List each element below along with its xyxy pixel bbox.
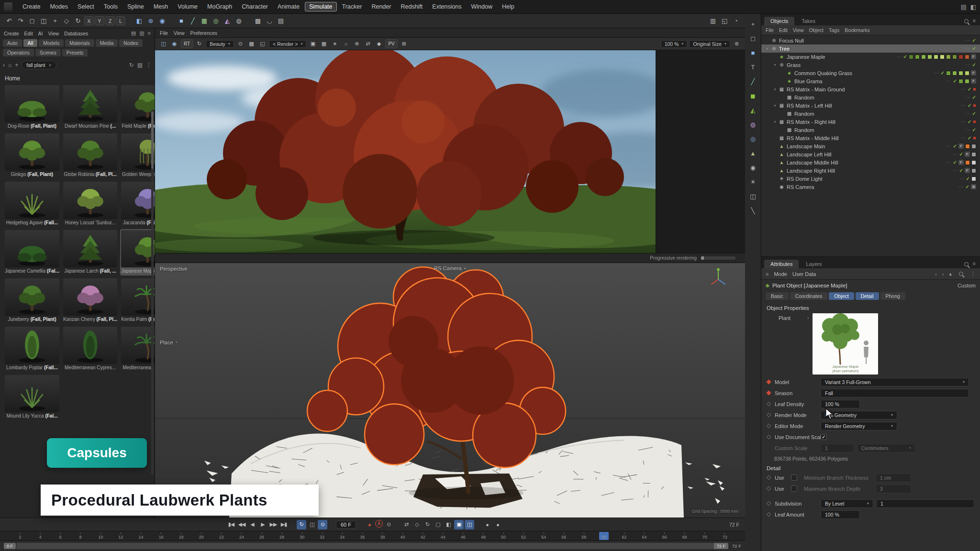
material-chip[interactable]	[971, 152, 976, 157]
filter-all[interactable]: All	[23, 39, 38, 47]
pla-key-icon[interactable]: ◧	[444, 520, 453, 529]
visibility-dots-icon[interactable]: ··	[947, 143, 952, 149]
object-menu-file[interactable]: File	[766, 27, 774, 33]
generator-icon[interactable]: ◼	[747, 90, 759, 101]
sound-icon[interactable]: ⊙	[318, 520, 327, 529]
layout-grid-icon[interactable]: ▥	[139, 30, 144, 36]
filter-auto[interactable]: Auto	[3, 39, 22, 47]
leaf-density-keyframe-icon[interactable]	[767, 402, 771, 407]
asset-menu-ai[interactable]: AI	[38, 31, 43, 36]
object-row-random[interactable]: ▩Random··✓	[761, 110, 980, 118]
object-row-blue-grama[interactable]: ♣Blue Grama··✓F	[761, 77, 980, 85]
render-settings-icon[interactable]: ⊛	[145, 16, 156, 26]
forward-icon[interactable]: ›	[942, 271, 944, 277]
menu-redshift[interactable]: Redshift	[396, 2, 427, 11]
filter-media[interactable]: Media	[96, 39, 118, 47]
panel-menu-icon[interactable]: ≡	[973, 18, 976, 23]
rotation-key-icon[interactable]: ↻	[423, 520, 432, 529]
filter-operators[interactable]: Operators	[3, 49, 34, 56]
material-chip[interactable]	[965, 79, 969, 84]
visibility-dots-icon[interactable]: ··	[966, 127, 971, 132]
next-frame-icon[interactable]: ▶▶	[268, 520, 278, 529]
panel-menu-icon[interactable]: ≡	[766, 271, 768, 277]
material-chip[interactable]	[952, 55, 957, 59]
enabled-check-icon[interactable]: ✓	[972, 62, 976, 67]
asset-item-mound-lily-yucca[interactable]: Mound Lily Yucca (Fal...	[4, 374, 60, 420]
search-chip[interactable]: fall plant ×	[22, 61, 56, 69]
use-max-branch-checkbox[interactable]	[791, 485, 797, 492]
subdivision-level-field[interactable]: 1	[876, 499, 974, 508]
lock-z-icon[interactable]: Z	[105, 16, 115, 25]
search-icon[interactable]	[959, 272, 963, 276]
object-row-japanese-maple[interactable]: ♣Japanese Maple··✓F	[761, 53, 980, 61]
layout-switch-icon[interactable]: ◧	[970, 3, 976, 11]
tag-chip[interactable]: F	[971, 54, 976, 59]
expand-icon[interactable]: ▾	[772, 120, 778, 124]
loop-icon[interactable]: ↻	[297, 520, 306, 529]
object-row-rs-dome-light[interactable]: ☀RS Dome Light··✓	[761, 175, 980, 183]
magnet-icon[interactable]: ◡	[264, 16, 275, 26]
spline-pen-icon[interactable]: ╱	[747, 76, 759, 87]
enabled-check-icon[interactable]: ✓	[966, 184, 969, 189]
landscape-icon[interactable]: ▲	[747, 148, 759, 158]
asset-item-japanese-camellia[interactable]: Japanese Camellia (Fal...	[4, 229, 60, 276]
material-chip[interactable]	[934, 55, 938, 59]
rt-toggle[interactable]: RT	[181, 39, 193, 48]
material-chip[interactable]	[958, 79, 963, 84]
expand-icon[interactable]: ▾	[772, 63, 778, 67]
season-keyframe-icon[interactable]	[767, 391, 771, 396]
enabled-check-icon[interactable]: ✓	[953, 160, 957, 165]
menu-spline[interactable]: Spline	[123, 2, 148, 11]
asset-item-kentia-palm[interactable]: Kentia Palm (Fall, Plant)	[120, 277, 155, 324]
solo-light-icon[interactable]: ●	[493, 520, 502, 529]
attr-tab-detail[interactable]: Detail	[856, 292, 879, 300]
more-icon[interactable]: ⋮	[146, 62, 152, 68]
play-icon[interactable]: ▶	[258, 520, 267, 529]
custom-scale-field[interactable]: 1	[821, 444, 854, 452]
visibility-dots-icon[interactable]: ··	[953, 152, 958, 157]
record-icon[interactable]: ●	[365, 520, 374, 529]
object-row-landscape-left-hill[interactable]: ▲Landscape Left Hill··✓F	[761, 150, 980, 158]
material-chip[interactable]	[971, 160, 976, 165]
tag-chip[interactable]: F	[965, 168, 970, 173]
parameter-key-icon[interactable]: ▢	[433, 520, 443, 529]
visibility-dots-icon[interactable]: ··	[959, 184, 964, 189]
dock-icon[interactable]: ▤	[131, 30, 136, 36]
object-row-common-quaking-grass[interactable]: ♣Common Quaking Grass··✓F	[761, 69, 980, 77]
deformer-icon[interactable]: ◭	[747, 105, 759, 115]
object-menu-bookmarks[interactable]: Bookmarks	[845, 27, 870, 33]
tab-attributes[interactable]: Attributes	[764, 260, 799, 268]
visibility-dots-icon[interactable]: ··	[961, 135, 966, 141]
autokey-icon[interactable]: A	[375, 520, 383, 528]
material-chip[interactable]	[940, 55, 945, 59]
enabled-check-icon[interactable]: ✓	[941, 70, 945, 76]
perspective-viewport-canvas[interactable]	[155, 263, 745, 518]
object-row-random[interactable]: ▩Random··✓	[761, 93, 980, 101]
lock-x-icon[interactable]: X	[84, 16, 94, 25]
filter-models[interactable]: Models	[39, 39, 64, 47]
asset-item-juneberry[interactable]: Juneberry (Fall, Plant)	[4, 277, 60, 324]
visibility-dots-icon[interactable]: ··	[961, 87, 966, 92]
menu-mesh[interactable]: Mesh	[149, 2, 173, 11]
menu-create[interactable]: Create	[18, 2, 45, 11]
refresh-icon[interactable]: ↻	[129, 62, 134, 68]
render-view-icon[interactable]: ◧	[134, 16, 145, 26]
min-branch-field[interactable]: 1 cm	[876, 474, 911, 482]
filter-nodes[interactable]: Nodes	[119, 39, 142, 47]
object-menu-object[interactable]: Object	[809, 27, 824, 33]
subdivision-keyframe-icon[interactable]	[767, 501, 771, 506]
rotate-icon[interactable]: ↻	[73, 16, 83, 26]
render-nav-dropdown[interactable]: < Render >▾	[269, 40, 307, 48]
visibility-dots-icon[interactable]: ··	[959, 176, 965, 181]
object-row-landscape-main[interactable]: ▲Landscape Main··✓F	[761, 142, 980, 150]
visibility-dots-icon[interactable]: ··	[947, 78, 952, 84]
asset-item-field-maple[interactable]: Field Maple (Fall, Plant)	[120, 84, 155, 131]
settings-gear-icon[interactable]: ⊛	[732, 39, 741, 48]
range-end-handle[interactable]: 72 F	[714, 543, 728, 549]
enabled-check-icon[interactable]: ✓	[953, 78, 957, 84]
solo-camera-icon[interactable]: ●	[482, 520, 492, 529]
back-icon[interactable]: ‹	[3, 62, 5, 68]
redo-icon[interactable]: ↷	[15, 16, 26, 26]
object-row-grass[interactable]: ▾⊕Grass··✓	[761, 61, 980, 69]
asset-item-ginkgo[interactable]: Ginkgo (Fall, Plant)	[4, 132, 60, 179]
